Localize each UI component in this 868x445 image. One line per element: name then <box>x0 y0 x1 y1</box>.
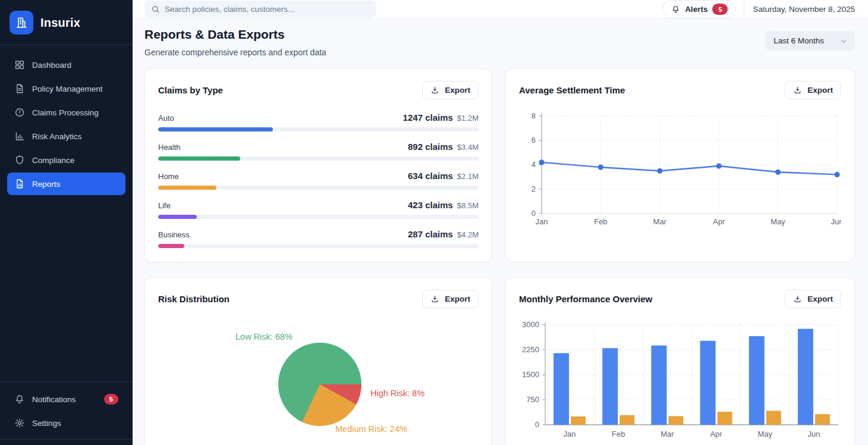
sidebar-item-label: Dashboard <box>32 61 71 70</box>
claim-type-row: Home634 claims$2.1M <box>158 171 479 190</box>
claim-amount: $4.2M <box>457 230 479 239</box>
sidebar-item-risk-analytics[interactable]: Risk Analytics <box>7 125 125 148</box>
svg-text:0: 0 <box>532 209 536 218</box>
date-range-select[interactable]: Last 6 Months <box>765 31 855 51</box>
claim-bar-track <box>158 127 479 131</box>
claim-amount: $3.4M <box>457 143 479 152</box>
claims-list: Auto1247 claims$1.2MHealth892 claims$3.4… <box>158 112 479 248</box>
brand: Insurix <box>0 0 133 45</box>
sidebar: Insurix DashboardPolicy ManagementClaims… <box>0 0 133 445</box>
claim-bar-fill <box>158 156 240 161</box>
sidebar-item-label: Notifications <box>32 395 76 404</box>
claim-type-row: Life423 claims$8.5M <box>158 200 479 219</box>
svg-text:8: 8 <box>532 111 536 120</box>
svg-text:Apr: Apr <box>713 217 725 226</box>
pie-label-medium-risk: Medium Risk: 24% <box>335 424 407 434</box>
performance-bar-chart: 0750150022503000JanFebMarAprMayJun <box>519 316 841 443</box>
export-button[interactable]: Export <box>785 290 841 308</box>
claim-type-label: Health <box>158 143 181 152</box>
bell-icon <box>14 394 25 405</box>
card-title: Risk Distribution <box>158 294 229 304</box>
sidebar-item-settings[interactable]: Settings <box>7 412 125 434</box>
sidebar-bottom-divider <box>0 439 133 445</box>
sidebar-item-notifications[interactable]: Notifications5 <box>7 388 125 410</box>
pie-label-low-risk: Low Risk: 68% <box>235 332 293 341</box>
claim-count: 634 claims <box>408 171 453 181</box>
claim-type-row: Health892 claims$3.4M <box>158 142 479 161</box>
svg-text:750: 750 <box>526 395 539 404</box>
claim-type-label: Home <box>158 172 179 181</box>
card-title: Average Settlement Time <box>519 85 625 95</box>
svg-text:4: 4 <box>532 160 536 169</box>
download-icon <box>793 86 802 95</box>
brand-name: Insurix <box>40 16 80 30</box>
page-subtitle: Generate comprehensive reports and expor… <box>144 48 326 57</box>
risk-pie-chart <box>278 343 361 426</box>
card-risk-distribution: Risk Distribution Export Low Risk: 68% M… <box>144 277 492 445</box>
svg-text:0: 0 <box>535 420 539 429</box>
sidebar-item-claims-processing[interactable]: Claims Processing <box>7 101 125 124</box>
analytics-icon <box>14 131 25 142</box>
page-title: Reports & Data Exports <box>144 27 326 42</box>
svg-text:Jan: Jan <box>536 217 548 226</box>
export-button[interactable]: Export <box>422 81 479 99</box>
svg-text:May: May <box>770 217 785 226</box>
svg-text:2: 2 <box>532 184 536 193</box>
card-title: Claims by Type <box>158 85 223 95</box>
topbar-divider <box>744 2 744 17</box>
sidebar-item-label: Claims Processing <box>32 108 99 117</box>
export-button[interactable]: Export <box>785 81 841 99</box>
sidebar-footer: Notifications5Settings <box>0 381 133 439</box>
svg-text:Jan: Jan <box>564 430 576 438</box>
claim-type-row: Auto1247 claims$1.2M <box>158 112 479 131</box>
card-claims-by-type: Claims by Type Export Auto1247 claims$1.… <box>144 68 492 262</box>
compliance-icon <box>14 155 25 165</box>
topbar: Alerts 5 Saturday, November 8, 2025 <box>133 0 868 19</box>
sidebar-item-compliance[interactable]: Compliance <box>7 149 125 171</box>
card-title: Monthly Performance Overview <box>519 294 652 304</box>
pie-label-high-risk: High Risk: 8% <box>370 388 424 398</box>
sidebar-item-label: Settings <box>32 419 61 428</box>
sidebar-item-policy-management[interactable]: Policy Management <box>7 77 125 100</box>
claim-type-label: Auto <box>158 114 174 123</box>
sidebar-item-label: Policy Management <box>32 84 103 93</box>
sidebar-item-reports[interactable]: Reports <box>7 173 125 195</box>
svg-text:Jun: Jun <box>807 430 820 438</box>
policy-icon <box>14 83 25 94</box>
claim-bar-track <box>158 244 479 248</box>
claim-amount: $2.1M <box>457 172 479 181</box>
search-input[interactable] <box>165 5 370 14</box>
notifications-count-badge: 5 <box>104 394 118 405</box>
export-button[interactable]: Export <box>422 290 479 308</box>
claim-bar-fill <box>158 244 184 248</box>
date-range-value: Last 6 Months <box>773 36 824 45</box>
svg-text:3000: 3000 <box>522 320 539 329</box>
search-box[interactable] <box>144 1 376 18</box>
sidebar-item-dashboard[interactable]: Dashboard <box>7 54 125 76</box>
current-date: Saturday, November 8, 2025 <box>753 5 855 14</box>
claim-amount: $1.2M <box>457 114 479 123</box>
building-icon <box>10 11 33 35</box>
sidebar-nav: DashboardPolicy ManagementClaims Process… <box>0 45 133 195</box>
svg-text:1500: 1500 <box>522 370 539 379</box>
claim-type-label: Business <box>158 230 190 239</box>
svg-text:Mar: Mar <box>661 430 674 438</box>
svg-text:Feb: Feb <box>594 217 607 226</box>
search-icon <box>151 5 160 14</box>
card-average-settlement-time: Average Settlement Time Export 02468JanF… <box>505 68 855 262</box>
download-icon <box>430 86 439 95</box>
bell-icon <box>671 5 680 14</box>
claim-bar-fill <box>158 127 273 131</box>
alerts-count-badge: 5 <box>712 4 728 15</box>
reports-icon <box>14 178 25 189</box>
settlement-line-chart: 02468JanFebMarAprMayJun <box>519 108 841 227</box>
alerts-label: Alerts <box>685 5 707 14</box>
claims-icon <box>14 107 25 118</box>
claim-bar-fill <box>158 186 216 190</box>
dashboard-icon <box>14 59 25 70</box>
claim-bar-track <box>158 186 479 190</box>
alerts-button[interactable]: Alerts 5 <box>662 0 735 18</box>
claim-count: 423 claims <box>408 200 453 210</box>
claim-count: 892 claims <box>408 142 453 152</box>
download-icon <box>793 294 802 303</box>
